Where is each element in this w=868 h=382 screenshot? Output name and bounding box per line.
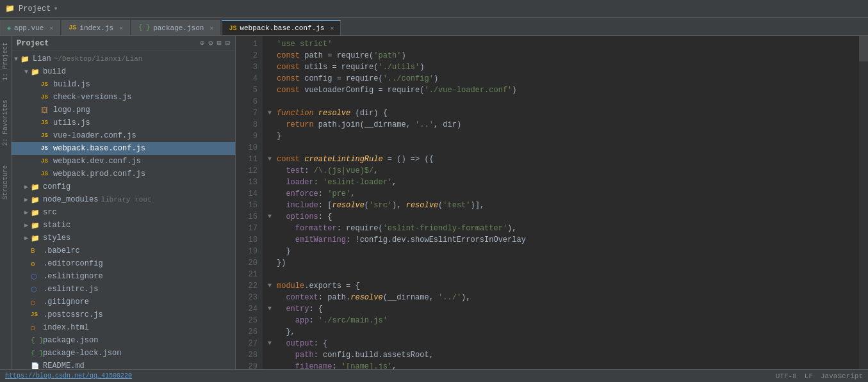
tab-app-vue[interactable]: ◈ app.vue ✕ <box>0 20 60 35</box>
tab-webpack-base[interactable]: JS webpack.base.conf.js ✕ <box>222 20 341 35</box>
tree-label: vue-loader.conf.js <box>53 131 136 140</box>
line-numbers: 1234567891011121314151617181920212223242… <box>236 36 263 369</box>
sidebar-icon-add[interactable]: ⊕ <box>200 38 204 48</box>
code-line-22: ▼module.exports = { <box>263 280 859 292</box>
tree-file-icon: 📁 <box>31 221 41 230</box>
tree-item-build-js[interactable]: JSbuild.js <box>12 78 235 91</box>
code-text-13: loader: 'eslint-loader', <box>277 177 397 188</box>
tree-item-src-folder[interactable]: ▶📁src <box>12 206 235 219</box>
tab-close-app-vue[interactable]: ✕ <box>49 24 53 32</box>
sidebar-icon-collapse[interactable]: ⊟ <box>225 38 230 48</box>
tree-item-node-modules-folder[interactable]: ▶📁node_moduleslibrary root <box>12 193 235 206</box>
code-line-8: return path.join(__dirname, '..', dir) <box>263 119 859 131</box>
tree-item-check-versions-js[interactable]: JScheck-versions.js <box>12 91 235 104</box>
tree-item-build-folder[interactable]: ▼📁build <box>12 65 235 78</box>
tree-file-icon: ⚙ <box>31 260 41 268</box>
tree-label: .editorconfig <box>43 259 103 268</box>
title-bar-icon: 📁 <box>5 4 15 13</box>
tree-item-babelrc[interactable]: B.babelrc <box>12 244 235 257</box>
tab-label-package-json: package.json <box>153 24 204 32</box>
tree-arrow: ▶ <box>22 209 31 216</box>
code-text-22: module.exports = { <box>277 280 360 292</box>
tree-item-config-folder[interactable]: ▶📁config <box>12 180 235 193</box>
tree-file-icon: ⬡ <box>31 285 41 294</box>
fold-marker-24[interactable]: ▼ <box>268 303 277 315</box>
tree-file-icon: 📁 <box>31 68 41 76</box>
status-lang: JavaScript <box>821 372 863 380</box>
tree-item-webpack-prod-conf-js[interactable]: JSwebpack.prod.conf.js <box>12 168 235 180</box>
tab-icon-package-json: { } <box>138 24 150 31</box>
tree-item-gitignore[interactable]: ◯.gitignore <box>12 296 235 308</box>
tree-item-eslintignore[interactable]: ⬡.eslintignore <box>12 270 235 283</box>
tab-package-json[interactable]: { } package.json ✕ <box>131 20 220 35</box>
tree-label: webpack.prod.conf.js <box>53 170 145 179</box>
tree-item-readme-md[interactable]: 📄README.md <box>12 360 235 369</box>
tree-item-package-lock-json[interactable]: { }package-lock.json <box>12 347 235 360</box>
tree-item-index-html[interactable]: ◻index.html <box>12 321 235 334</box>
tree-item-eslintrc-js[interactable]: ⬡.eslintrc.js <box>12 283 235 296</box>
code-line-24: ▼ entry: { <box>263 303 859 315</box>
side-label-project[interactable]: 1: Project <box>2 42 9 81</box>
tree-file-icon: 📄 <box>31 362 41 370</box>
tree-item-editorconfig[interactable]: ⚙.editorconfig <box>12 257 235 270</box>
tree-label: src <box>43 208 57 217</box>
status-encoding: UTF-8 <box>776 372 797 380</box>
code-text-14: enforce: 'pre', <box>277 188 355 200</box>
fold-marker-16[interactable]: ▼ <box>268 211 277 223</box>
code-line-17: formatter: require('eslint-friendly-form… <box>263 223 859 234</box>
tree-file-icon: ◯ <box>31 298 41 306</box>
code-line-16: ▼ options: { <box>263 211 859 223</box>
tree-label: build.js <box>53 80 90 89</box>
side-label-favorites[interactable]: 2: Favorites <box>2 100 9 146</box>
code-text-23: context: path.resolve(__dirname, '../'), <box>277 292 471 303</box>
code-text-3: const utils = require('./utils') <box>277 61 424 73</box>
tree-item-webpack-dev-conf-js[interactable]: JSwebpack.dev.conf.js <box>12 155 235 168</box>
side-label-structure[interactable]: Structure <box>2 165 9 200</box>
sidebar-icon-expand[interactable]: ⊞ <box>217 38 222 48</box>
tree-label: package.json <box>43 336 98 345</box>
tree-item-utils-js[interactable]: JSutils.js <box>12 116 235 129</box>
tree-file-icon: { } <box>31 349 41 357</box>
side-labels: 1: Project 2: Favorites Structure <box>0 36 12 369</box>
sidebar-header: Project ⊕ ⚙ ⊞ ⊟ <box>12 36 235 51</box>
status-url[interactable]: https://blog.csdn.net/qq_41500220 <box>5 372 132 379</box>
minimap[interactable] <box>859 36 868 369</box>
fold-marker-11[interactable]: ▼ <box>268 154 277 165</box>
fold-marker-27[interactable]: ▼ <box>268 338 277 349</box>
tree-item-postcssrc-js[interactable]: JS.postcssrc.js <box>12 308 235 321</box>
sidebar-icon-settings[interactable]: ⚙ <box>208 38 213 48</box>
tree-item-styles-folder[interactable]: ▶📁styles <box>12 232 235 244</box>
code-line-14: enforce: 'pre', <box>263 188 859 200</box>
tab-index-js[interactable]: JS index.js ✕ <box>61 20 130 35</box>
tree-item-logo-png[interactable]: 🖼logo.png <box>12 104 235 116</box>
code-line-19: } <box>263 246 859 257</box>
tree-item-package-json-file[interactable]: { }package.json <box>12 334 235 347</box>
code-line-4: const config = require('../config') <box>263 73 859 84</box>
tab-close-webpack-base[interactable]: ✕ <box>330 24 334 32</box>
code-text-15: include: [resolve('src'), resolve('test'… <box>277 200 484 211</box>
tree-file-icon: JS <box>41 171 51 177</box>
tree-label: config <box>43 182 70 191</box>
tree-item-vue-loader-conf-js[interactable]: JSvue-loader.conf.js <box>12 129 235 142</box>
tree-item-static-folder[interactable]: ▶📁static <box>12 219 235 232</box>
tree-item-webpack-base-conf-js[interactable]: JSwebpack.base.conf.js <box>12 142 235 155</box>
tree-item-lian-root[interactable]: ▼📁Lian~/Desktop/lianxi/Lian <box>12 52 235 65</box>
fold-marker-7[interactable]: ▼ <box>268 107 277 119</box>
tree-label: README.md <box>43 362 85 369</box>
tree-label: index.html <box>43 323 89 332</box>
code-text-5: const vueLoaderConfig = require('./vue-l… <box>277 84 517 96</box>
tree-label: static <box>43 221 70 230</box>
code-text-7: function resolve (dir) { <box>277 107 388 119</box>
tree-file-icon: JS <box>41 81 51 88</box>
tab-close-package-json[interactable]: ✕ <box>209 24 213 32</box>
code-text-25: app: './src/main.js' <box>277 315 388 326</box>
code-text-19: } <box>277 246 291 257</box>
tab-bar: ◈ app.vue ✕ JS index.js ✕ { } package.js… <box>0 18 868 36</box>
tab-close-index-js[interactable]: ✕ <box>119 24 123 32</box>
tree-file-icon: B <box>31 247 41 255</box>
fold-marker-22[interactable]: ▼ <box>268 280 277 292</box>
code-editor[interactable]: 'use strict'const path = require('path')… <box>263 36 859 369</box>
tree-file-icon: ⬡ <box>31 273 41 281</box>
tab-icon-vue: ◈ <box>7 24 11 32</box>
code-text-2: const path = require('path') <box>277 50 406 61</box>
